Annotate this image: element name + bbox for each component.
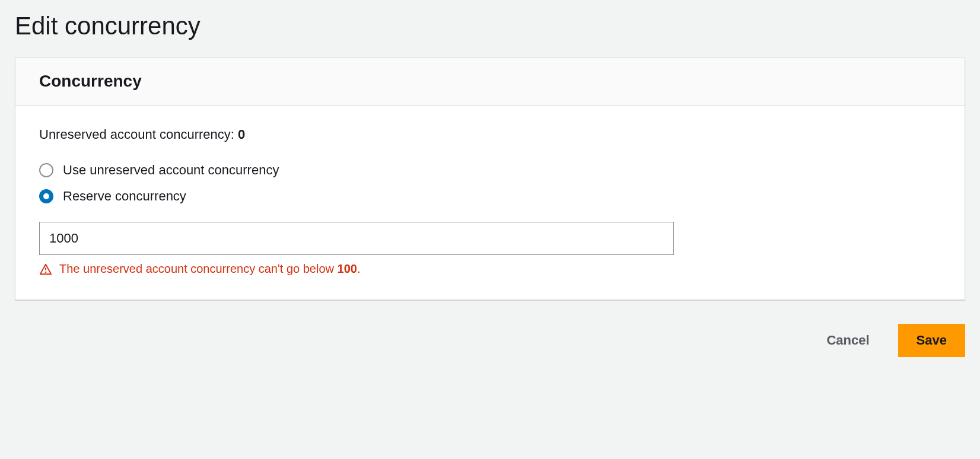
save-button[interactable]: Save <box>898 324 965 357</box>
page-title: Edit concurrency <box>15 12 965 40</box>
error-limit: 100 <box>338 262 357 275</box>
concurrency-panel: Concurrency Unreserved account concurren… <box>15 57 965 300</box>
radio-reserve[interactable]: Reserve concurrency <box>39 189 941 204</box>
error-suffix: . <box>357 262 361 275</box>
error-text: The unreserved account concurrency can't… <box>59 262 360 276</box>
warning-icon <box>39 263 52 276</box>
radio-icon <box>39 189 53 203</box>
unreserved-concurrency-row: Unreserved account concurrency: 0 <box>39 127 941 142</box>
radio-icon <box>39 163 53 177</box>
cancel-button[interactable]: Cancel <box>809 324 887 357</box>
panel-header: Concurrency <box>15 58 965 106</box>
radio-reserve-label: Reserve concurrency <box>63 189 186 204</box>
error-message: The unreserved account concurrency can't… <box>39 262 941 276</box>
unreserved-concurrency-label: Unreserved account concurrency: <box>39 127 238 142</box>
radio-use-unreserved-label: Use unreserved account concurrency <box>63 162 279 178</box>
error-prefix: The unreserved account concurrency can't… <box>59 262 338 275</box>
panel-header-title: Concurrency <box>39 72 941 91</box>
svg-point-1 <box>46 272 46 272</box>
radio-use-unreserved[interactable]: Use unreserved account concurrency <box>39 162 941 178</box>
reserve-concurrency-input[interactable] <box>39 222 674 255</box>
concurrency-radio-group: Use unreserved account concurrency Reser… <box>39 162 941 204</box>
panel-body: Unreserved account concurrency: 0 Use un… <box>15 106 965 299</box>
unreserved-concurrency-value: 0 <box>238 127 245 142</box>
button-row: Cancel Save <box>15 324 965 357</box>
